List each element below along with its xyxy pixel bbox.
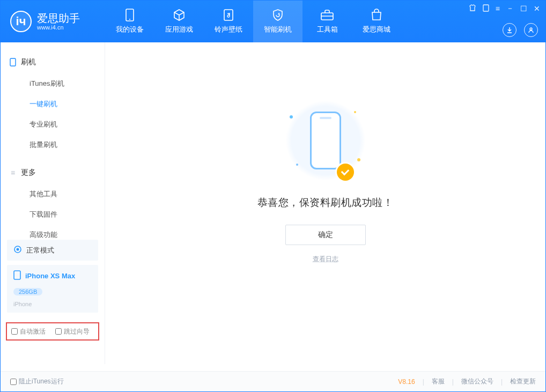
sidebar: 刷机 iTunes刷机 一键刷机 专业刷机 批量刷机 ≡ 更多 其他工具 下载固… xyxy=(1,42,105,364)
bag-icon xyxy=(369,9,384,21)
view-log-link[interactable]: 查看日志 xyxy=(313,255,338,264)
sparkle-icon xyxy=(296,164,298,166)
ok-button[interactable]: 确定 xyxy=(285,225,366,245)
checkbox-block-itunes[interactable]: 阻止iTunes运行 xyxy=(10,377,64,386)
skin-icon[interactable] xyxy=(469,4,476,13)
sparkle-icon xyxy=(357,158,360,161)
section-title-label: 刷机 xyxy=(21,57,36,67)
toolbox-icon xyxy=(320,9,335,21)
nav-toolbox[interactable]: 工具箱 xyxy=(302,1,352,42)
highlighted-options-row: 自动激活 跳过向导 xyxy=(6,322,99,341)
device-type-label: iPhone xyxy=(13,301,32,307)
close-button[interactable]: ✕ xyxy=(534,4,540,13)
app-name: 爱思助手 xyxy=(37,12,80,24)
user-icon[interactable] xyxy=(524,23,538,37)
note-icon[interactable] xyxy=(483,4,489,13)
app-logo-icon: iч xyxy=(10,11,32,32)
phone-illustration-icon xyxy=(310,112,341,169)
nav-label: 工具箱 xyxy=(317,25,338,34)
svg-rect-6 xyxy=(10,58,16,66)
footer-link-check-update[interactable]: 检查更新 xyxy=(510,377,536,386)
svg-point-8 xyxy=(17,248,19,251)
nav-label: 智能刷机 xyxy=(264,25,292,34)
sidebar-item-itunes-flash[interactable]: iTunes刷机 xyxy=(1,73,105,94)
checkbox-input[interactable] xyxy=(55,328,62,335)
checkbox-input[interactable] xyxy=(10,379,17,385)
list-icon: ≡ xyxy=(9,169,17,176)
logo-block: iч 爱思助手 www.i4.cn xyxy=(1,1,105,42)
download-icon[interactable] xyxy=(503,23,517,37)
header: iч 爱思助手 www.i4.cn 我的设备 应用游戏 铃声壁纸 xyxy=(1,1,545,42)
app-url: www.i4.cn xyxy=(37,24,80,31)
music-file-icon xyxy=(221,9,236,21)
footer-link-support[interactable]: 客服 xyxy=(432,377,445,386)
sidebar-section-flash: 刷机 xyxy=(1,53,105,71)
minimize-button[interactable]: － xyxy=(506,4,514,13)
nav-label: 爱思商城 xyxy=(363,25,390,34)
main-content: 恭喜您，保资料刷机成功啦！ 确定 查看日志 xyxy=(105,42,545,364)
phone-small-icon xyxy=(13,270,21,282)
device-area: 正常模式 iPhone XS Max 256GB iPhone xyxy=(7,240,98,317)
device-mode-label: 正常模式 xyxy=(26,246,54,255)
version-label: V8.16 xyxy=(398,378,415,386)
phone-icon xyxy=(122,9,137,21)
header-right-buttons xyxy=(503,23,538,37)
checkbox-label: 阻止iTunes运行 xyxy=(19,377,64,386)
body: 刷机 iTunes刷机 一键刷机 专业刷机 批量刷机 ≡ 更多 其他工具 下载固… xyxy=(1,42,545,364)
sidebar-item-pro-flash[interactable]: 专业刷机 xyxy=(1,114,105,135)
section-title-label: 更多 xyxy=(21,168,36,177)
svg-rect-4 xyxy=(483,5,489,11)
device-card[interactable]: iPhone XS Max 256GB iPhone xyxy=(7,265,98,313)
sidebar-item-download-firmware[interactable]: 下载固件 xyxy=(1,204,105,225)
device-mode-card[interactable]: 正常模式 xyxy=(7,240,98,261)
nav-apps-games[interactable]: 应用游戏 xyxy=(154,1,204,42)
window-controls: ≡ － ☐ ✕ xyxy=(469,4,540,13)
divider: | xyxy=(501,378,503,386)
menu-icon[interactable]: ≡ xyxy=(496,4,500,13)
sidebar-item-batch-flash[interactable]: 批量刷机 xyxy=(1,135,105,155)
footer-right: V8.16 | 客服 | 微信公众号 | 检查更新 xyxy=(398,377,536,386)
checkbox-auto-activate[interactable]: 自动激活 xyxy=(11,327,46,336)
nav-smart-flash[interactable]: 智能刷机 xyxy=(253,1,302,42)
nav-label: 铃声壁纸 xyxy=(215,25,242,34)
svg-rect-9 xyxy=(14,271,20,279)
checkbox-label: 跳过向导 xyxy=(64,327,90,336)
sidebar-item-other-tools[interactable]: 其他工具 xyxy=(1,184,105,204)
success-message: 恭喜您，保资料刷机成功啦！ xyxy=(257,196,394,210)
success-illustration xyxy=(285,100,366,181)
cube-icon xyxy=(172,9,187,21)
checkbox-skip-guide[interactable]: 跳过向导 xyxy=(55,327,90,336)
sparkle-icon xyxy=(290,115,293,119)
nav-label: 我的设备 xyxy=(116,25,144,34)
device-name-label: iPhone XS Max xyxy=(25,272,75,280)
nav-my-device[interactable]: 我的设备 xyxy=(105,1,154,42)
maximize-button[interactable]: ☐ xyxy=(520,4,527,13)
sidebar-flash-items: iTunes刷机 一键刷机 专业刷机 批量刷机 xyxy=(1,71,105,164)
sidebar-section-more: ≡ 更多 xyxy=(1,164,105,182)
checkbox-label: 自动激活 xyxy=(20,327,46,336)
svg-point-5 xyxy=(530,28,532,30)
mode-dot-icon xyxy=(13,245,22,255)
divider: | xyxy=(423,378,424,386)
sidebar-item-oneclick-flash[interactable]: 一键刷机 xyxy=(1,94,105,114)
divider: | xyxy=(452,378,454,386)
device-storage-pill: 256GB xyxy=(13,288,42,295)
nav-label: 应用游戏 xyxy=(165,25,193,34)
check-badge-icon xyxy=(337,164,354,181)
top-nav: 我的设备 应用游戏 铃声壁纸 智能刷机 工具箱 xyxy=(105,1,401,42)
checkbox-input[interactable] xyxy=(11,328,18,335)
nav-store[interactable]: 爱思商城 xyxy=(352,1,401,42)
shield-refresh-icon xyxy=(270,9,285,21)
footer-link-wechat[interactable]: 微信公众号 xyxy=(461,377,493,386)
footer: 阻止iTunes运行 V8.16 | 客服 | 微信公众号 | 检查更新 xyxy=(1,371,545,391)
logo-text: 爱思助手 www.i4.cn xyxy=(37,12,80,31)
sparkle-icon xyxy=(354,111,356,113)
svg-point-1 xyxy=(129,19,130,20)
nav-ringtones[interactable]: 铃声壁纸 xyxy=(204,1,253,42)
device-small-icon xyxy=(9,58,17,66)
